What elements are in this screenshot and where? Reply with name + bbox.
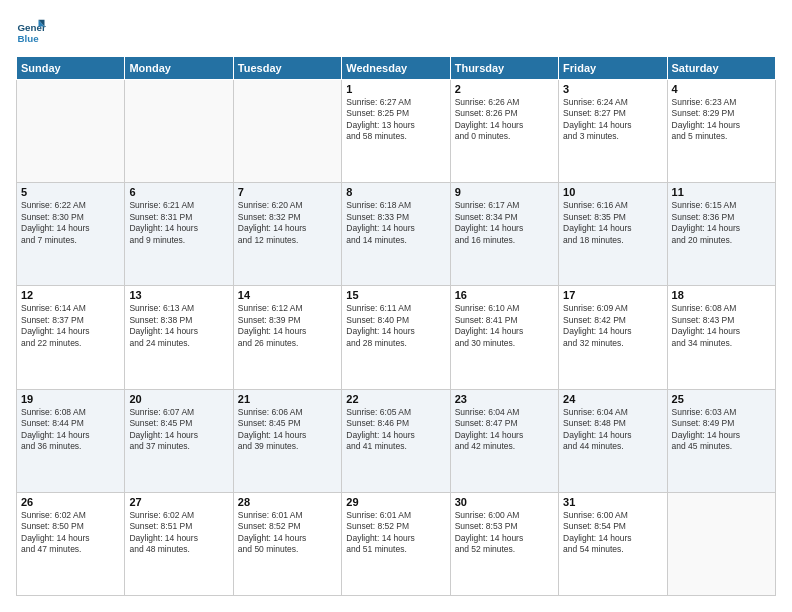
calendar-cell: 23Sunrise: 6:04 AMSunset: 8:47 PMDayligh… xyxy=(450,389,558,492)
calendar-week-4: 26Sunrise: 6:02 AMSunset: 8:50 PMDayligh… xyxy=(17,492,776,595)
day-number: 22 xyxy=(346,393,445,405)
calendar-cell: 29Sunrise: 6:01 AMSunset: 8:52 PMDayligh… xyxy=(342,492,450,595)
day-number: 28 xyxy=(238,496,337,508)
cell-content: Sunrise: 6:09 AMSunset: 8:42 PMDaylight:… xyxy=(563,303,662,349)
calendar-week-2: 12Sunrise: 6:14 AMSunset: 8:37 PMDayligh… xyxy=(17,286,776,389)
day-number: 1 xyxy=(346,83,445,95)
calendar-cell: 2Sunrise: 6:26 AMSunset: 8:26 PMDaylight… xyxy=(450,80,558,183)
calendar-cell: 6Sunrise: 6:21 AMSunset: 8:31 PMDaylight… xyxy=(125,183,233,286)
day-header-saturday: Saturday xyxy=(667,57,775,80)
day-number: 12 xyxy=(21,289,120,301)
header: General Blue xyxy=(16,16,776,46)
calendar-cell: 12Sunrise: 6:14 AMSunset: 8:37 PMDayligh… xyxy=(17,286,125,389)
day-number: 16 xyxy=(455,289,554,301)
calendar-cell: 8Sunrise: 6:18 AMSunset: 8:33 PMDaylight… xyxy=(342,183,450,286)
svg-text:Blue: Blue xyxy=(18,33,40,44)
calendar-cell: 19Sunrise: 6:08 AMSunset: 8:44 PMDayligh… xyxy=(17,389,125,492)
calendar-cell xyxy=(233,80,341,183)
cell-content: Sunrise: 6:04 AMSunset: 8:47 PMDaylight:… xyxy=(455,407,554,453)
cell-content: Sunrise: 6:10 AMSunset: 8:41 PMDaylight:… xyxy=(455,303,554,349)
day-header-sunday: Sunday xyxy=(17,57,125,80)
calendar-cell: 11Sunrise: 6:15 AMSunset: 8:36 PMDayligh… xyxy=(667,183,775,286)
calendar-week-0: 1Sunrise: 6:27 AMSunset: 8:25 PMDaylight… xyxy=(17,80,776,183)
calendar-table: SundayMondayTuesdayWednesdayThursdayFrid… xyxy=(16,56,776,596)
calendar-header-row: SundayMondayTuesdayWednesdayThursdayFrid… xyxy=(17,57,776,80)
cell-content: Sunrise: 6:05 AMSunset: 8:46 PMDaylight:… xyxy=(346,407,445,453)
day-number: 13 xyxy=(129,289,228,301)
cell-content: Sunrise: 6:08 AMSunset: 8:44 PMDaylight:… xyxy=(21,407,120,453)
calendar-cell: 20Sunrise: 6:07 AMSunset: 8:45 PMDayligh… xyxy=(125,389,233,492)
cell-content: Sunrise: 6:02 AMSunset: 8:51 PMDaylight:… xyxy=(129,510,228,556)
calendar-cell: 16Sunrise: 6:10 AMSunset: 8:41 PMDayligh… xyxy=(450,286,558,389)
day-number: 18 xyxy=(672,289,771,301)
cell-content: Sunrise: 6:27 AMSunset: 8:25 PMDaylight:… xyxy=(346,97,445,143)
calendar-cell xyxy=(667,492,775,595)
calendar-cell: 14Sunrise: 6:12 AMSunset: 8:39 PMDayligh… xyxy=(233,286,341,389)
day-number: 17 xyxy=(563,289,662,301)
cell-content: Sunrise: 6:24 AMSunset: 8:27 PMDaylight:… xyxy=(563,97,662,143)
calendar-cell: 28Sunrise: 6:01 AMSunset: 8:52 PMDayligh… xyxy=(233,492,341,595)
day-number: 15 xyxy=(346,289,445,301)
cell-content: Sunrise: 6:20 AMSunset: 8:32 PMDaylight:… xyxy=(238,200,337,246)
cell-content: Sunrise: 6:00 AMSunset: 8:53 PMDaylight:… xyxy=(455,510,554,556)
day-header-wednesday: Wednesday xyxy=(342,57,450,80)
cell-content: Sunrise: 6:21 AMSunset: 8:31 PMDaylight:… xyxy=(129,200,228,246)
cell-content: Sunrise: 6:07 AMSunset: 8:45 PMDaylight:… xyxy=(129,407,228,453)
calendar-cell: 18Sunrise: 6:08 AMSunset: 8:43 PMDayligh… xyxy=(667,286,775,389)
calendar-cell: 31Sunrise: 6:00 AMSunset: 8:54 PMDayligh… xyxy=(559,492,667,595)
calendar-cell: 5Sunrise: 6:22 AMSunset: 8:30 PMDaylight… xyxy=(17,183,125,286)
day-number: 19 xyxy=(21,393,120,405)
day-number: 10 xyxy=(563,186,662,198)
day-number: 3 xyxy=(563,83,662,95)
day-number: 14 xyxy=(238,289,337,301)
calendar-cell xyxy=(17,80,125,183)
calendar-cell: 10Sunrise: 6:16 AMSunset: 8:35 PMDayligh… xyxy=(559,183,667,286)
calendar-cell xyxy=(125,80,233,183)
day-number: 30 xyxy=(455,496,554,508)
day-number: 4 xyxy=(672,83,771,95)
cell-content: Sunrise: 6:08 AMSunset: 8:43 PMDaylight:… xyxy=(672,303,771,349)
day-header-tuesday: Tuesday xyxy=(233,57,341,80)
cell-content: Sunrise: 6:14 AMSunset: 8:37 PMDaylight:… xyxy=(21,303,120,349)
calendar-cell: 26Sunrise: 6:02 AMSunset: 8:50 PMDayligh… xyxy=(17,492,125,595)
calendar-cell: 25Sunrise: 6:03 AMSunset: 8:49 PMDayligh… xyxy=(667,389,775,492)
cell-content: Sunrise: 6:03 AMSunset: 8:49 PMDaylight:… xyxy=(672,407,771,453)
cell-content: Sunrise: 6:04 AMSunset: 8:48 PMDaylight:… xyxy=(563,407,662,453)
day-number: 27 xyxy=(129,496,228,508)
calendar-cell: 22Sunrise: 6:05 AMSunset: 8:46 PMDayligh… xyxy=(342,389,450,492)
calendar-cell: 30Sunrise: 6:00 AMSunset: 8:53 PMDayligh… xyxy=(450,492,558,595)
cell-content: Sunrise: 6:26 AMSunset: 8:26 PMDaylight:… xyxy=(455,97,554,143)
calendar-cell: 3Sunrise: 6:24 AMSunset: 8:27 PMDaylight… xyxy=(559,80,667,183)
cell-content: Sunrise: 6:01 AMSunset: 8:52 PMDaylight:… xyxy=(238,510,337,556)
cell-content: Sunrise: 6:17 AMSunset: 8:34 PMDaylight:… xyxy=(455,200,554,246)
calendar-cell: 21Sunrise: 6:06 AMSunset: 8:45 PMDayligh… xyxy=(233,389,341,492)
cell-content: Sunrise: 6:11 AMSunset: 8:40 PMDaylight:… xyxy=(346,303,445,349)
cell-content: Sunrise: 6:12 AMSunset: 8:39 PMDaylight:… xyxy=(238,303,337,349)
day-number: 8 xyxy=(346,186,445,198)
day-header-friday: Friday xyxy=(559,57,667,80)
day-number: 26 xyxy=(21,496,120,508)
day-number: 21 xyxy=(238,393,337,405)
day-number: 23 xyxy=(455,393,554,405)
calendar-week-1: 5Sunrise: 6:22 AMSunset: 8:30 PMDaylight… xyxy=(17,183,776,286)
calendar-cell: 9Sunrise: 6:17 AMSunset: 8:34 PMDaylight… xyxy=(450,183,558,286)
day-number: 2 xyxy=(455,83,554,95)
logo-icon: General Blue xyxy=(16,16,46,46)
cell-content: Sunrise: 6:16 AMSunset: 8:35 PMDaylight:… xyxy=(563,200,662,246)
calendar-cell: 17Sunrise: 6:09 AMSunset: 8:42 PMDayligh… xyxy=(559,286,667,389)
day-number: 11 xyxy=(672,186,771,198)
day-number: 5 xyxy=(21,186,120,198)
calendar-cell: 4Sunrise: 6:23 AMSunset: 8:29 PMDaylight… xyxy=(667,80,775,183)
page: General Blue SundayMondayTuesdayWednesda… xyxy=(0,0,792,612)
cell-content: Sunrise: 6:13 AMSunset: 8:38 PMDaylight:… xyxy=(129,303,228,349)
day-number: 20 xyxy=(129,393,228,405)
calendar-cell: 13Sunrise: 6:13 AMSunset: 8:38 PMDayligh… xyxy=(125,286,233,389)
calendar-cell: 24Sunrise: 6:04 AMSunset: 8:48 PMDayligh… xyxy=(559,389,667,492)
day-number: 25 xyxy=(672,393,771,405)
cell-content: Sunrise: 6:02 AMSunset: 8:50 PMDaylight:… xyxy=(21,510,120,556)
day-number: 24 xyxy=(563,393,662,405)
day-number: 7 xyxy=(238,186,337,198)
cell-content: Sunrise: 6:23 AMSunset: 8:29 PMDaylight:… xyxy=(672,97,771,143)
day-header-thursday: Thursday xyxy=(450,57,558,80)
calendar-cell: 27Sunrise: 6:02 AMSunset: 8:51 PMDayligh… xyxy=(125,492,233,595)
